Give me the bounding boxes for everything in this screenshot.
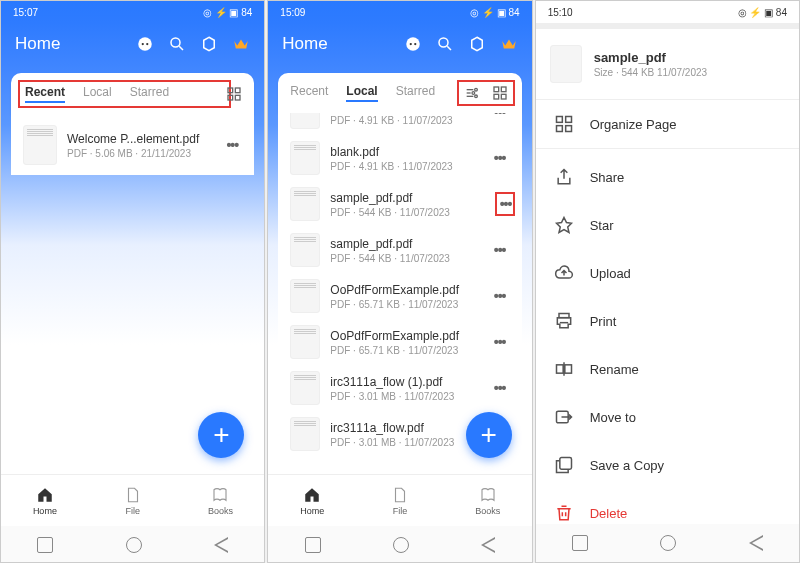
file-item[interactable]: Welcome P...element.pdf PDF · 5.06 MB · … [11,115,254,175]
status-icons: ◎ ⚡ ▣ 84 [470,7,519,18]
star-button[interactable]: Star [536,201,799,249]
svg-point-12 [414,43,416,45]
status-time: 15:10 [548,7,573,18]
sys-home[interactable] [393,537,409,553]
action-label: Rename [590,362,639,377]
sys-recents[interactable] [305,537,321,553]
organize-page-button[interactable]: Organize Page [536,100,799,149]
print-icon [554,311,574,331]
more-icon[interactable]: ••• [490,334,510,350]
more-icon[interactable]: ••• [222,137,242,153]
sort-icon[interactable] [464,85,480,101]
svg-rect-25 [501,94,506,99]
tab-starred[interactable]: Starred [130,85,169,103]
action-label: Star [590,218,614,233]
crown-icon[interactable] [500,35,518,53]
action-label: Print [590,314,617,329]
nav-books[interactable]: Books [444,475,532,526]
nav-home[interactable]: Home [1,475,89,526]
sys-back[interactable] [481,537,495,553]
search-icon[interactable] [168,35,186,53]
svg-point-21 [474,95,477,98]
tab-recent[interactable]: Recent [290,84,328,102]
pdf-thumbnail-icon [290,141,320,175]
organize-icon [554,114,574,134]
print-button[interactable]: Print [536,297,799,345]
file-meta: PDF · 3.01 MB · 11/07/2023 [330,391,479,402]
nav-file[interactable]: File [89,475,177,526]
svg-marker-5 [204,37,215,51]
bottom-nav: Home File Books [268,474,531,526]
file-meta: PDF · 3.01 MB · 11/07/2023 [330,437,479,448]
add-button[interactable]: + [198,412,244,458]
more-icon[interactable]: ••• [490,380,510,396]
upload-button[interactable]: Upload [536,249,799,297]
pdf-thumbnail-icon [290,371,320,405]
pdf-thumbnail-icon [550,45,582,83]
file-meta: PDF · 4.91 KB · 11/07/2023 [330,161,479,172]
nav-books[interactable]: Books [177,475,265,526]
nav-file[interactable]: File [356,475,444,526]
tab-local[interactable]: Local [83,85,112,103]
tab-local[interactable]: Local [346,84,377,102]
svg-point-0 [139,37,153,51]
svg-rect-27 [565,117,571,123]
rename-button[interactable]: Rename [536,345,799,393]
pdf-thumbnail-icon [290,187,320,221]
svg-marker-15 [471,37,482,51]
page-title: Home [15,34,136,54]
app-header: Home [268,23,531,65]
app-header: Home [1,23,264,65]
more-icon[interactable]: ••• [490,113,510,120]
more-icon[interactable]: ••• [495,192,515,216]
robot-icon[interactable] [136,35,154,53]
crown-icon[interactable] [232,35,250,53]
tab-recent[interactable]: Recent [25,85,65,103]
sys-recents[interactable] [572,535,588,551]
status-time: 15:07 [13,7,38,18]
file-item[interactable]: blank.pdf PDF · 4.91 KB · 11/07/2023 ••• [278,113,521,135]
tab-starred[interactable]: Starred [396,84,435,102]
more-icon[interactable]: ••• [490,288,510,304]
action-list: Share Star Upload Print Rename Move to S… [536,153,799,563]
settings-icon[interactable] [200,35,218,53]
sys-home[interactable] [660,535,676,551]
file-item[interactable]: irc3111a_flow (1).pdf PDF · 3.01 MB · 11… [278,365,521,411]
add-button[interactable]: + [466,412,512,458]
grid-view-icon[interactable] [226,86,242,102]
svg-rect-23 [501,87,506,92]
svg-rect-8 [228,95,233,100]
settings-icon[interactable] [468,35,486,53]
file-item[interactable]: sample_pdf.pdf PDF · 544 KB · 11/07/2023… [278,227,521,273]
more-icon[interactable]: ••• [490,150,510,166]
system-nav [268,526,531,563]
file-item[interactable]: OoPdfFormExample.pdf PDF · 65.71 KB · 11… [278,319,521,365]
sys-back[interactable] [214,537,228,553]
share-button[interactable]: Share [536,153,799,201]
file-item[interactable]: OoPdfFormExample.pdf PDF · 65.71 KB · 11… [278,273,521,319]
svg-rect-22 [494,87,499,92]
more-icon[interactable]: ••• [490,242,510,258]
file-item[interactable]: blank.pdf PDF · 4.91 KB · 11/07/2023 ••• [278,135,521,181]
file-meta: PDF · 65.71 KB · 11/07/2023 [330,345,479,356]
sort-icons-highlight-box [457,80,515,106]
phone-screen-1: 15:07 ◎ ⚡ ▣ 84 Home Recent Local Starred [0,0,265,563]
action-label: Organize Page [590,117,677,132]
grid-view-icon[interactable] [492,85,508,101]
nav-home[interactable]: Home [268,475,356,526]
sheet-header: sample_pdf Size · 544 KB 11/07/2023 [536,29,799,100]
svg-point-2 [146,43,148,45]
nav-label: File [393,506,408,516]
sys-back[interactable] [749,535,763,551]
sys-home[interactable] [126,537,142,553]
sys-recents[interactable] [37,537,53,553]
move-to-button[interactable]: Move to [536,393,799,441]
search-icon[interactable] [436,35,454,53]
share-icon [554,167,574,187]
status-bar: 15:10 ◎ ⚡ ▣ 84 [536,1,799,23]
svg-line-14 [447,46,451,50]
robot-icon[interactable] [404,35,422,53]
file-meta: PDF · 65.71 KB · 11/07/2023 [330,299,479,310]
file-item[interactable]: sample_pdf.pdf PDF · 544 KB · 11/07/2023… [278,181,521,227]
save-copy-button[interactable]: Save a Copy [536,441,799,489]
